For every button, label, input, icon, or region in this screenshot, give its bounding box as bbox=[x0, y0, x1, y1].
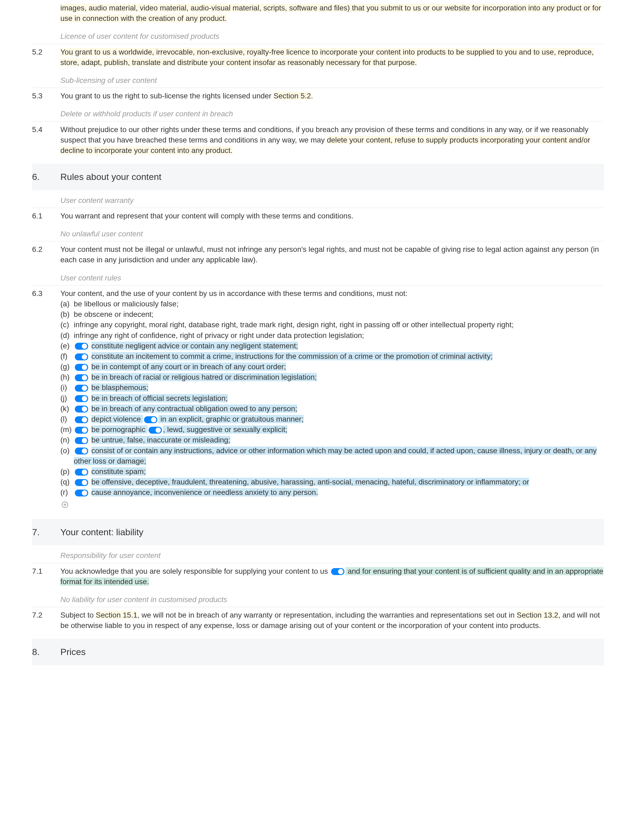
clause-6-3: 6.3 Your content, and the use of your co… bbox=[32, 286, 604, 513]
clause-5-2: 5.2 You grant to us a worldwide, irrevoc… bbox=[32, 44, 604, 70]
section-title: Rules about your content bbox=[60, 171, 161, 183]
clause-body: images, audio material, video material, … bbox=[60, 3, 604, 24]
toggle-icon[interactable] bbox=[149, 427, 162, 434]
toggle-icon[interactable] bbox=[75, 469, 88, 475]
list-content: be libellous or maliciously false; bbox=[74, 298, 604, 309]
clause-number: 5.3 bbox=[32, 91, 60, 101]
clause-5-3: 5.3 You grant to us the right to sub-lic… bbox=[32, 88, 604, 104]
highlighted-text: depict violence bbox=[91, 415, 143, 423]
subhead-5-3: Sub-licensing of user content bbox=[32, 73, 604, 88]
section-title: Your content: liability bbox=[60, 526, 143, 539]
list-content: constitute an incitement to commit a cri… bbox=[74, 351, 604, 362]
toggle-icon[interactable] bbox=[75, 479, 88, 486]
subhead-text: User content warranty bbox=[60, 195, 134, 205]
list-item-l: (l) depict violence in an explicit, grap… bbox=[60, 414, 604, 424]
list-item-b: (b)be obscene or indecent; bbox=[60, 309, 604, 319]
clause-intro-text: Your content, and the use of your conten… bbox=[60, 288, 604, 298]
toggle-icon[interactable] bbox=[75, 385, 88, 392]
list-item-r: (r) cause annoyance, inconvenience or ne… bbox=[60, 487, 604, 497]
list-content: consist of or contain any instructions, … bbox=[74, 445, 604, 466]
toggle-icon[interactable] bbox=[75, 406, 88, 412]
clause-body: You grant to us a worldwide, irrevocable… bbox=[60, 47, 604, 68]
list-marker: (e) bbox=[60, 341, 74, 351]
highlighted-text: You grant to us a worldwide, irrevocable… bbox=[60, 48, 594, 66]
clause-body: Your content must not be illegal or unla… bbox=[60, 244, 604, 265]
subhead-text: No unlawful user content bbox=[60, 229, 143, 239]
highlighted-text: constitute spam; bbox=[91, 467, 146, 475]
list-item-e: (e) constitute negligent advice or conta… bbox=[60, 341, 604, 351]
list-marker: (g) bbox=[60, 362, 74, 372]
subhead-text: Delete or withhold products if user cont… bbox=[60, 109, 233, 119]
list-item-j: (j) be in breach of official secrets leg… bbox=[60, 393, 604, 403]
highlighted-text: be pornographic bbox=[91, 425, 148, 434]
highlighted-text: be blasphemous; bbox=[91, 384, 148, 392]
subhead-text: No liability for user content in customi… bbox=[60, 594, 227, 605]
clause-number: 7.2 bbox=[32, 610, 60, 631]
toggle-icon[interactable] bbox=[75, 448, 88, 455]
list-content: be in breach of any contractual obligati… bbox=[74, 403, 604, 414]
list-item-g: (g) be in contempt of any court or in br… bbox=[60, 362, 604, 372]
list-item-m: (m) be pornographic , lewd, suggestive o… bbox=[60, 424, 604, 435]
list-item-f: (f) constitute an incitement to commit a… bbox=[60, 351, 604, 362]
list-marker: (d) bbox=[60, 330, 74, 341]
toggle-icon[interactable] bbox=[331, 568, 345, 575]
toggle-icon[interactable] bbox=[144, 416, 157, 423]
toggle-icon[interactable] bbox=[75, 374, 88, 381]
clause-6-1: 6.1 You warrant and represent that your … bbox=[32, 208, 604, 224]
section-6-head: 6. Rules about your content bbox=[32, 164, 604, 190]
clause-body: Your content, and the use of your conten… bbox=[60, 288, 604, 511]
clause-7-2: 7.2 Subject to Section 15.1, we will not… bbox=[32, 607, 604, 633]
clause-body: Subject to Section 15.1, we will not be … bbox=[60, 610, 604, 631]
toggle-icon[interactable] bbox=[75, 437, 88, 444]
subhead-text: User content rules bbox=[60, 273, 121, 283]
list-item-o: (o) consist of or contain any instructio… bbox=[60, 445, 604, 466]
list-content: be untrue, false, inaccurate or misleadi… bbox=[74, 435, 604, 445]
highlighted-text: be in breach of racial or religious hatr… bbox=[91, 373, 317, 381]
clause-body: You acknowledge that you are solely resp… bbox=[60, 566, 604, 587]
section-title: Prices bbox=[60, 646, 85, 658]
subhead-text: Responsibility for user content bbox=[60, 550, 161, 561]
highlighted-text: in an explicit, graphic or gratuitous ma… bbox=[159, 415, 304, 423]
list-marker: (i) bbox=[60, 382, 74, 393]
list-marker: (n) bbox=[60, 435, 74, 445]
highlighted-text: , lewd, suggestive or sexually explicit; bbox=[163, 425, 287, 434]
list-item-n: (n) be untrue, false, inaccurate or misl… bbox=[60, 435, 604, 445]
clause-number: 6.1 bbox=[32, 211, 60, 221]
toggle-icon[interactable] bbox=[75, 343, 88, 350]
list-item-q: (q) be offensive, deceptive, fraudulent,… bbox=[60, 477, 604, 487]
list-marker: (h) bbox=[60, 372, 74, 382]
list-item-h: (h) be in breach of racial or religious … bbox=[60, 372, 604, 382]
highlighted-text: be in breach of official secrets legisla… bbox=[91, 394, 228, 403]
clause-number: 7.1 bbox=[32, 566, 60, 587]
list-content: be in contempt of any court or in breach… bbox=[74, 362, 604, 372]
list-content: be in breach of racial or religious hatr… bbox=[74, 372, 604, 382]
toggle-icon[interactable] bbox=[75, 489, 88, 496]
add-item-icon[interactable] bbox=[61, 501, 68, 507]
list-marker: (b) bbox=[60, 309, 74, 319]
list-content: be pornographic , lewd, suggestive or se… bbox=[74, 424, 604, 435]
toggle-icon[interactable] bbox=[75, 364, 88, 371]
clause-5-4: 5.4 Without prejudice to our other right… bbox=[32, 122, 604, 158]
subhead-6-3: User content rules bbox=[32, 270, 604, 286]
list-content: depict violence in an explicit, graphic … bbox=[74, 414, 604, 424]
clause-number: 5.4 bbox=[32, 124, 60, 156]
toggle-icon[interactable] bbox=[75, 354, 88, 360]
toggle-icon[interactable] bbox=[75, 427, 88, 434]
list-content: be obscene or indecent; bbox=[74, 309, 604, 319]
section-ref: Section 15.1 bbox=[96, 611, 137, 619]
list-content: be in breach of official secrets legisla… bbox=[74, 393, 604, 403]
toggle-icon[interactable] bbox=[75, 416, 88, 423]
clause-number: 6.2 bbox=[32, 244, 60, 265]
section-number: 7. bbox=[32, 526, 60, 539]
highlighted-text: be offensive, deceptive, fraudulent, thr… bbox=[91, 478, 529, 486]
clause-5-1-continuation: images, audio material, video material, … bbox=[32, 0, 604, 26]
list-marker: (c) bbox=[60, 319, 74, 330]
clause-body: You warrant and represent that your cont… bbox=[60, 211, 604, 221]
list-content: infringe any copyright, moral right, dat… bbox=[74, 319, 604, 330]
section-8-head: 8. Prices bbox=[32, 639, 604, 665]
clause-number: 5.2 bbox=[32, 47, 60, 68]
section-ref: Section 13.2 bbox=[516, 611, 558, 619]
list-item-k: (k) be in breach of any contractual obli… bbox=[60, 403, 604, 414]
clause-body: You grant to us the right to sub-license… bbox=[60, 91, 604, 101]
toggle-icon[interactable] bbox=[75, 395, 88, 402]
